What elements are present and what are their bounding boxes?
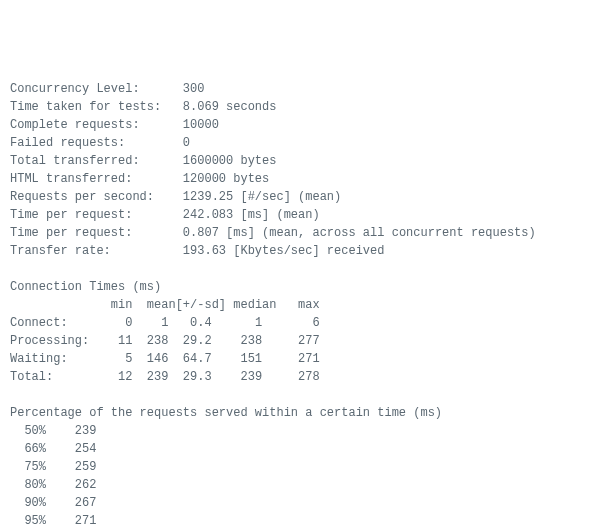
connect-min: 0 [125,316,132,330]
total-sd: 29.3 [183,370,212,384]
time-per-req1-value: 242.083 [ms] (mean) [183,208,320,222]
transfer-rate-label: Transfer rate: [10,244,111,258]
concurrency-level-value: 300 [183,82,205,96]
waiting-mean: 146 [147,352,169,366]
p66-value: 254 [75,442,97,456]
connect-sd: 0.4 [190,316,212,330]
processing-sd: 29.2 [183,334,212,348]
complete-requests-label: Complete requests: [10,118,140,132]
p75-value: 259 [75,460,97,474]
total-transferred-label: Total transferred: [10,154,140,168]
html-transferred-label: HTML transferred: [10,172,132,186]
connect-median: 1 [255,316,262,330]
processing-label: Processing: [10,334,89,348]
conn-header-max: max [298,298,320,312]
waiting-label: Waiting: [10,352,68,366]
conn-times-title: Connection Times (ms) [10,280,161,294]
total-min: 12 [118,370,132,384]
connect-mean: 1 [161,316,168,330]
p90-value: 267 [75,496,97,510]
processing-median: 238 [240,334,262,348]
processing-min: 11 [118,334,132,348]
conn-header-min: min [111,298,133,312]
p66-label: 66% [24,442,46,456]
time-taken-value: 8.069 seconds [183,100,277,114]
html-transferred-value: 120000 bytes [183,172,269,186]
conn-header-mean: mean [147,298,176,312]
concurrency-level-label: Concurrency Level: [10,82,140,96]
p95-value: 271 [75,514,97,528]
p50-value: 239 [75,424,97,438]
p95-label: 95% [24,514,46,528]
connect-max: 6 [313,316,320,330]
time-per-req1-label: Time per request: [10,208,132,222]
waiting-median: 151 [240,352,262,366]
failed-requests-value: 0 [183,136,190,150]
processing-max: 277 [298,334,320,348]
processing-mean: 238 [147,334,169,348]
percentiles-title: Percentage of the requests served within… [10,406,442,420]
time-taken-label: Time taken for tests: [10,100,161,114]
transfer-rate-value: 193.63 [Kbytes/sec] received [183,244,385,258]
p80-value: 262 [75,478,97,492]
req-per-sec-value: 1239.25 [#/sec] (mean) [183,190,341,204]
total-max: 278 [298,370,320,384]
p80-label: 80% [24,478,46,492]
waiting-max: 271 [298,352,320,366]
time-per-req2-value: 0.807 [ms] (mean, across all concurrent … [183,226,536,240]
connect-label: Connect: [10,316,68,330]
p90-label: 90% [24,496,46,510]
p75-label: 75% [24,460,46,474]
conn-header-median: median [233,298,276,312]
waiting-sd: 64.7 [183,352,212,366]
time-per-req2-label: Time per request: [10,226,132,240]
complete-requests-value: 10000 [183,118,219,132]
req-per-sec-label: Requests per second: [10,190,154,204]
total-median: 239 [240,370,262,384]
total-mean: 239 [147,370,169,384]
conn-header-sd: [+/-sd] [176,298,226,312]
total-transferred-value: 1600000 bytes [183,154,277,168]
benchmark-output: Concurrency Level: 300 Time taken for te… [10,80,596,531]
p50-label: 50% [24,424,46,438]
total-label: Total: [10,370,53,384]
waiting-min: 5 [125,352,132,366]
failed-requests-label: Failed requests: [10,136,125,150]
